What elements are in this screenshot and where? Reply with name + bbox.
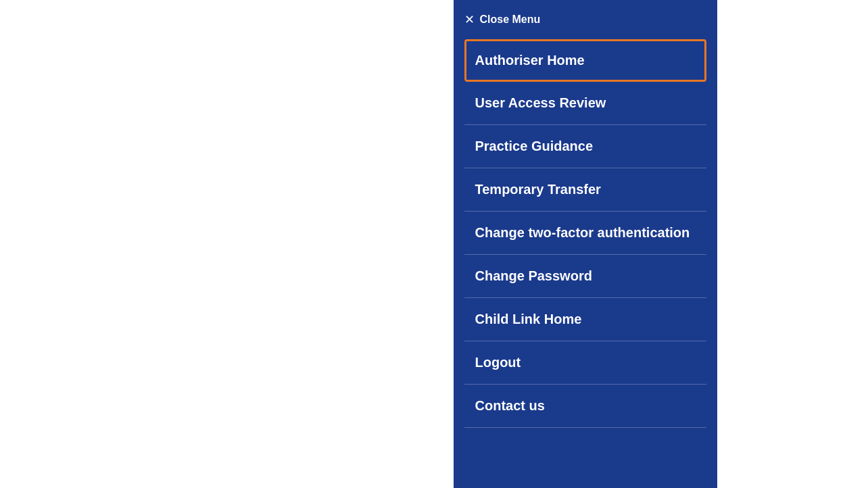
close-menu-label: Close Menu [480,14,541,26]
close-icon: ✕ [464,14,475,26]
menu-item-authoriser-home[interactable]: Authoriser Home [464,39,706,82]
menu-item-contact-us[interactable]: Contact us [464,385,706,428]
close-menu-button[interactable]: ✕ Close Menu [454,0,552,39]
menu-items-list: Authoriser HomeUser Access ReviewPractic… [454,39,717,428]
menu-item-child-link-home[interactable]: Child Link Home [464,298,706,341]
menu-item-practice-guidance[interactable]: Practice Guidance [464,125,706,168]
menu-item-user-access-review[interactable]: User Access Review [464,82,706,125]
menu-item-change-two-factor[interactable]: Change two-factor authentication [464,212,706,255]
menu-overlay: ✕ Close Menu Authoriser HomeUser Access … [454,0,717,488]
menu-item-logout[interactable]: Logout [464,341,706,385]
menu-item-temporary-transfer[interactable]: Temporary Transfer [464,168,706,212]
menu-item-change-password[interactable]: Change Password [464,255,706,298]
